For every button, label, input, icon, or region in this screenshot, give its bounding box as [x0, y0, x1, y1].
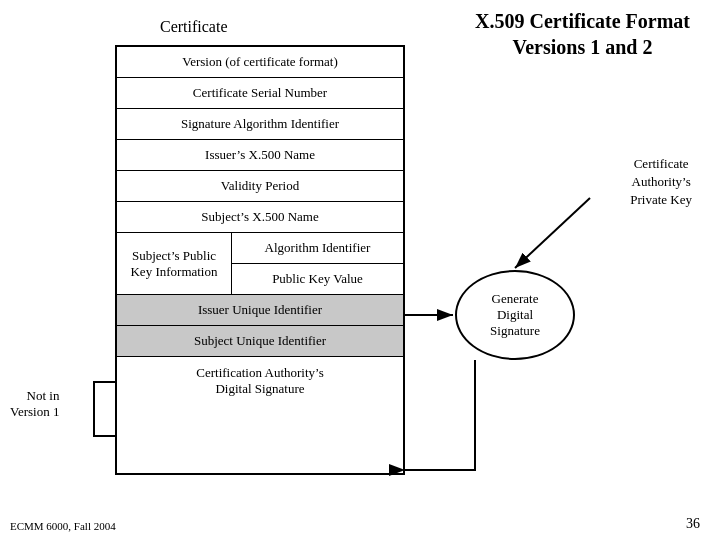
page-title: X.509 Certificate Format Versions 1 and … [475, 8, 690, 60]
page-number: 36 [686, 516, 700, 532]
row-sig-alg: Signature Algorithm Identifier [117, 109, 403, 140]
svg-line-3 [515, 198, 590, 268]
generate-digital-signature-ellipse: Generate Digital Signature [455, 270, 575, 360]
row-subject: Subject’s X.500 Name [117, 202, 403, 233]
key-value: Public Key Value [232, 264, 403, 294]
key-section: Subject’s Public Key Information Algorit… [117, 233, 403, 295]
footer-text: ECMM 6000, Fall 2004 [10, 520, 116, 532]
certificate-label: Certificate [160, 18, 228, 36]
certificate-box: Version (of certificate format) Certific… [115, 45, 405, 475]
key-section-right: Algorithm Identifier Public Key Value [232, 233, 403, 294]
not-in-version-label: Not in Version 1 [10, 388, 59, 420]
row-signature: Certification Authority’s Digital Signat… [117, 357, 403, 405]
row-serial: Certificate Serial Number [117, 78, 403, 109]
alg-identifier: Algorithm Identifier [232, 233, 403, 264]
row-issuer-uid: Issuer Unique Identifier [117, 295, 403, 326]
row-version: Version (of certificate format) [117, 47, 403, 78]
ca-private-key-label: Certificate Authority’s Private Key [630, 155, 692, 210]
row-validity: Validity Period [117, 171, 403, 202]
key-section-label: Subject’s Public Key Information [117, 233, 232, 294]
not-in-v1-bracket [93, 381, 115, 437]
row-issuer: Issuer’s X.500 Name [117, 140, 403, 171]
row-subject-uid: Subject Unique Identifier [117, 326, 403, 357]
page: X.509 Certificate Format Versions 1 and … [0, 0, 720, 540]
